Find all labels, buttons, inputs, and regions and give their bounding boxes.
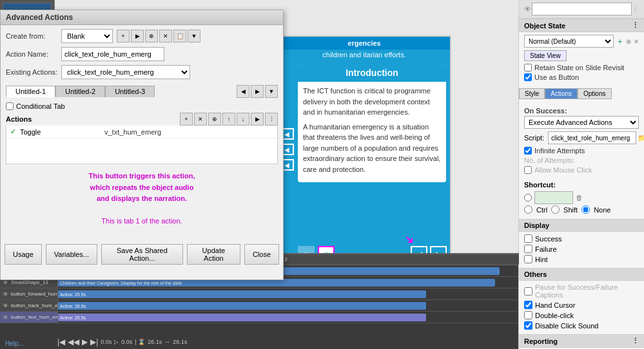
add-state-icon[interactable]: ＋	[616, 37, 623, 46]
play-back-button[interactable]: ◀◀	[68, 337, 79, 346]
action-btn-5[interactable]: 📋	[173, 30, 186, 42]
delete-state-icon[interactable]: ✕	[634, 38, 639, 45]
layer-label-btn-back: 👁 button_back_hum_emerg...	[0, 300, 58, 311]
shortcut-modifiers: Ctrl Shift None	[524, 205, 639, 214]
shift-label: Shift	[563, 206, 578, 214]
slide-subtitle: children and itarian efforts.	[278, 50, 450, 60]
tab-options[interactable]: Options	[578, 88, 611, 99]
double-click-label: Double-click	[535, 312, 574, 319]
actions-toolbar-btn2[interactable]: ✕	[194, 113, 207, 126]
next-btn[interactable]: ▶	[251, 85, 264, 98]
failure-checkbox[interactable]	[524, 245, 532, 253]
add-action-btn[interactable]: +	[117, 30, 130, 42]
time-display1: 0.0s	[101, 339, 112, 345]
failure-label: Failure	[535, 245, 557, 253]
infinite-attempts-checkbox[interactable]	[524, 147, 532, 155]
actions-toolbar-btns: + ✕ ⊕ ↑ ↓ ▶ ⋮	[180, 113, 278, 126]
help-link[interactable]: Help...	[0, 340, 29, 347]
action-btn-2[interactable]: ▶	[131, 30, 144, 42]
state-view-button[interactable]: State View	[524, 50, 567, 61]
pause-label: Pause for Success/Failure Captions	[535, 283, 639, 299]
eye-icon2[interactable]: 👁	[3, 279, 8, 286]
conditional-tab-checkbox[interactable]	[6, 102, 14, 110]
double-click-checkbox[interactable]	[524, 311, 532, 319]
copy-state-icon[interactable]: ⊕	[626, 38, 631, 45]
play-button[interactable]: ▶	[82, 337, 88, 346]
retain-state-checkbox[interactable]	[524, 64, 532, 71]
usage-button[interactable]: Usage	[5, 244, 42, 265]
actions-toolbar-btn6[interactable]: ▶	[251, 113, 264, 126]
none-label: None	[594, 206, 610, 214]
actions-toolbar-btn5[interactable]: ↓	[237, 113, 249, 126]
success-checkbox[interactable]	[524, 234, 532, 243]
action-name-input[interactable]	[61, 47, 164, 61]
hint-checkbox[interactable]	[524, 255, 532, 263]
on-success-select[interactable]: Execute Advanced Actions	[524, 116, 639, 129]
ctrl-radio[interactable]	[524, 205, 532, 214]
action-btn-3[interactable]: ⊕	[145, 30, 158, 42]
actions-toolbar-btn4[interactable]: ↑	[222, 113, 235, 126]
eye-icon3[interactable]: 👁	[3, 291, 8, 297]
variables-button[interactable]: Variables...	[46, 244, 97, 265]
tab-untitled-1[interactable]: Untitled-1	[6, 86, 55, 97]
play-start-button[interactable]: |◀	[57, 337, 65, 346]
state-select[interactable]: Normal (Default)	[524, 35, 614, 48]
eye-icon4[interactable]: 👁	[3, 303, 8, 309]
layer-bar-btn-forward: Active: 25.5s	[58, 288, 518, 299]
none-radio[interactable]	[581, 205, 590, 214]
shortcut-key-input[interactable]	[534, 191, 573, 204]
save-shared-action-button[interactable]: Save As Shared Action...	[101, 244, 183, 265]
allow-mouse-click-checkbox[interactable]	[524, 166, 532, 174]
close-button[interactable]: Close	[244, 244, 279, 265]
options-icon[interactable]: ⋮	[632, 5, 639, 14]
actions-toolbar-btn7[interactable]: ⋮	[265, 113, 278, 126]
use-as-button-row: Use as Button	[524, 73, 639, 81]
use-as-button-checkbox[interactable]	[524, 73, 532, 81]
options-dots-icon[interactable]: ⋮	[632, 21, 639, 30]
actions-toolbar-btn3[interactable]: ⊕	[208, 113, 221, 126]
existing-actions-select[interactable]: click_text_role_hum_emerg	[61, 65, 190, 79]
object-name-input[interactable]: button_text_hum_emergencies	[532, 3, 632, 15]
disable-click-sound-checkbox[interactable]	[524, 321, 532, 330]
dialog-body: Create from: Blank + ▶ ⊕ ✕ 📋 ▼ Action Na…	[1, 25, 283, 238]
clear-shortcut-icon[interactable]: 🗑	[576, 194, 583, 202]
tab-style[interactable]: Style	[519, 88, 545, 99]
playback-controls: |◀ ◀◀ ▶ ▶| 0.0s ▷ 0.0s | ⌛ 26.1s ↔ 26.1s	[55, 336, 190, 348]
shift-radio[interactable]	[551, 205, 560, 214]
time-display7: 26.1s	[173, 339, 187, 345]
actions-toolbar-btn1[interactable]: +	[180, 113, 193, 126]
tab-controls: ◀ ▶ ▼	[237, 85, 278, 98]
shortcut-radio[interactable]	[524, 194, 532, 202]
reporting-options-icon[interactable]: ⋮	[632, 337, 639, 345]
tab-untitled-3[interactable]: Untitled-3	[105, 86, 155, 97]
script-folder-icon[interactable]: 📁	[638, 134, 644, 142]
create-from-select[interactable]: Blank	[61, 29, 113, 43]
style-actions-tabs: Style Actions Options	[519, 88, 644, 99]
timeline-row-btn-forward: 👁 button_forward_hum_ema... Active: 25.5…	[0, 288, 518, 300]
ctrl-label: Ctrl	[536, 206, 547, 214]
action-type: Toggle	[20, 128, 104, 136]
others-header: Others	[519, 268, 644, 281]
pause-checkbox[interactable]	[524, 287, 532, 296]
shortcut-section: Shortcut: 🗑 Ctrl Shift None	[519, 178, 644, 219]
prev-btn[interactable]: ◀	[237, 85, 249, 98]
action-btn-6[interactable]: ▼	[188, 30, 200, 42]
eye-icon5[interactable]: 👁	[3, 314, 8, 321]
tab-actions[interactable]: Actions	[545, 88, 578, 99]
expand-btn[interactable]: ▼	[265, 85, 278, 98]
intro-title: Introduction	[298, 64, 446, 82]
pause-row: Pause for Success/Failure Captions	[524, 283, 639, 299]
hand-cursor-checkbox[interactable]	[524, 301, 532, 309]
update-action-button[interactable]: Update Action	[187, 244, 240, 265]
action-value: v_txt_hum_emerg	[104, 128, 273, 136]
action-btn-4[interactable]: ✕	[159, 30, 172, 42]
reporting-header: Reporting ⋮	[519, 334, 644, 348]
actions-table: ✓ Toggle v_txt_hum_emerg	[6, 126, 278, 164]
failure-row: Failure	[524, 245, 639, 253]
script-input[interactable]	[548, 131, 636, 144]
play-end-button[interactable]: ▶|	[90, 337, 98, 346]
tab-untitled-2[interactable]: Untitled-2	[55, 86, 105, 97]
visibility-icon[interactable]: 👁	[524, 5, 531, 13]
no-attempts-label: No. of Attempts:	[524, 156, 574, 164]
tabs-controls-row: Untitled-1 Untitled-2 Untitled-3 ◀ ▶ ▼	[6, 83, 278, 100]
